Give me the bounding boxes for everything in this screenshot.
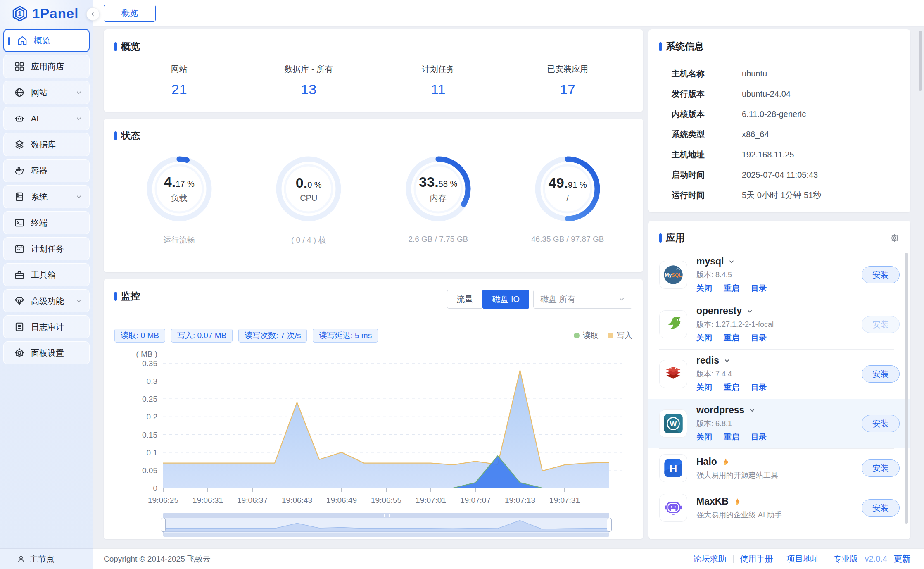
sidebar-item-container[interactable]: 容器 — [3, 159, 90, 182]
apps-scrollbar-thumb[interactable] — [905, 253, 908, 524]
chevron-down-icon — [618, 295, 625, 303]
sidebar-item-toolbox[interactable]: 工具箱 — [3, 263, 90, 286]
traffic-tab-button[interactable]: 流量 — [447, 290, 482, 309]
chart-legend: 读取 写入 — [574, 330, 632, 341]
app-name-dropdown[interactable]: mysql — [696, 256, 767, 267]
app-directory-link[interactable]: 目录 — [751, 382, 767, 393]
stat-cronjobs: 计划任务 11 — [373, 64, 503, 98]
install-button[interactable]: 安装 — [862, 266, 900, 283]
fire-icon — [733, 498, 741, 506]
forum-help-link[interactable]: 论坛求助 — [694, 553, 727, 564]
apps-settings-gear-icon[interactable] — [890, 233, 900, 243]
sidebar-item-system[interactable]: 系统 — [3, 185, 90, 208]
app-stop-link[interactable]: 关闭 — [696, 283, 712, 294]
legend-read[interactable]: 读取 — [574, 330, 599, 341]
apps-list: MySQL mysql 版本: 8.4.5 关闭 重启 — [648, 250, 910, 539]
chevron-down-icon — [75, 115, 83, 122]
halo-icon: H — [659, 454, 687, 482]
svg-text:( MB ): ( MB ) — [136, 350, 157, 358]
sidebar-item-label: 日志审计 — [31, 321, 64, 333]
install-button[interactable]: 安装 — [862, 415, 900, 432]
server-icon — [14, 191, 25, 202]
sidebar-item-terminal[interactable]: 终端 — [3, 211, 90, 234]
system-info-title: 系统信息 — [659, 40, 900, 53]
copyright-text: Copyright © 2014-2025 飞致云 — [104, 554, 211, 564]
datazoom-right-handle[interactable] — [607, 518, 612, 532]
datazoom-move-handle[interactable] — [163, 513, 609, 518]
latency-stat-chip: 读写延迟: 5 ms — [313, 329, 378, 343]
app-name-label[interactable]: MaxKB — [696, 496, 782, 507]
app-restart-link[interactable]: 重启 — [724, 333, 739, 343]
sidebar-item-label: AI — [31, 114, 39, 124]
page-scrollbar-thumb[interactable] — [919, 31, 922, 91]
app-name-label[interactable]: Halo — [696, 456, 778, 467]
disk-select[interactable]: 磁盘 所有 — [533, 290, 632, 309]
manual-link[interactable]: 使用手册 — [740, 553, 773, 564]
sidebar-collapse-button[interactable] — [86, 7, 100, 21]
gauge-row: 4.17 % 负载 运行流畅 — [114, 154, 632, 245]
chevron-down-icon — [723, 357, 731, 364]
app-row-halo: H Halo 强大易用的开源建站工具 安装 — [648, 448, 910, 488]
install-button[interactable]: 安装 — [862, 459, 900, 477]
overview-stats: 网站 21 数据库 - 所有 13 计划任务 11 已安装应用 — [114, 64, 632, 98]
legend-write[interactable]: 写入 — [608, 330, 632, 341]
overview-title: 概览 — [114, 40, 632, 53]
sysinfo-row-hostname: 主机名称ubuntu — [659, 64, 900, 84]
sidebar-item-cronjob[interactable]: 计划任务 — [3, 237, 90, 260]
install-button[interactable]: 安装 — [862, 499, 900, 517]
install-button[interactable]: 安装 — [862, 365, 900, 383]
svg-text:0.25: 0.25 — [142, 395, 157, 403]
app-name-dropdown[interactable]: redis — [696, 355, 767, 366]
sidebar-item-app-store[interactable]: 应用商店 — [3, 55, 90, 78]
mysql-icon: MySQL — [659, 261, 687, 289]
master-node-label: 主节点 — [30, 553, 55, 564]
stat-value[interactable]: 17 — [503, 81, 633, 98]
chevron-down-icon — [75, 297, 83, 305]
tab-overview[interactable]: 概览 — [104, 5, 156, 22]
app-directory-link[interactable]: 目录 — [751, 432, 767, 443]
brand-logo[interactable]: 1 1Panel — [0, 0, 93, 27]
left-column: 概览 网站 21 数据库 - 所有 13 计划任务 11 — [104, 29, 643, 539]
svg-text:0.3: 0.3 — [147, 377, 157, 386]
disk-io-tab-button[interactable]: 磁盘 IO — [482, 290, 529, 309]
datazoom-left-handle[interactable] — [161, 518, 166, 532]
app-directory-link[interactable]: 目录 — [751, 333, 767, 343]
sidebar-item-overview[interactable]: 概览 — [3, 29, 90, 52]
master-node-selector[interactable]: 主节点 — [0, 548, 93, 569]
chevron-down-icon — [748, 407, 756, 414]
app-restart-link[interactable]: 重启 — [724, 432, 739, 443]
chart-datazoom-slider[interactable] — [163, 513, 609, 537]
sidebar-item-logs[interactable]: 日志审计 — [3, 315, 90, 338]
system-info-card: 系统信息 主机名称ubuntu 发行版本ubuntu-24.04 内核版本6.1… — [648, 29, 910, 212]
sidebar-item-settings[interactable]: 面板设置 — [3, 341, 90, 364]
log-list-icon — [14, 321, 25, 333]
sidebar-item-website[interactable]: 网站 — [3, 81, 90, 104]
app-directory-link[interactable]: 目录 — [751, 283, 767, 294]
footer-divider — [827, 555, 827, 563]
version-label[interactable]: v2.0.4 — [865, 554, 887, 564]
sidebar-item-ai[interactable]: AI — [3, 107, 90, 130]
app-name-dropdown[interactable]: openresty — [696, 305, 774, 317]
brand-name: 1Panel — [32, 6, 78, 21]
app-stop-link[interactable]: 关闭 — [696, 432, 712, 443]
pro-version-link[interactable]: 专业版 — [834, 553, 858, 564]
app-stop-link[interactable]: 关闭 — [696, 333, 712, 343]
stat-value[interactable]: 13 — [244, 81, 374, 98]
app-row-openresty: openresty 版本: 1.27.1.2-2-1-focal 关闭 重启 目… — [648, 300, 910, 349]
sidebar-item-advanced[interactable]: 高级功能 — [3, 289, 90, 312]
sidebar: 1 1Panel 概览 应用商店 网站 — [0, 0, 93, 569]
sidebar-item-label: 工具箱 — [31, 269, 56, 281]
install-button-disabled[interactable]: 安装 — [862, 316, 900, 333]
app-stop-link[interactable]: 关闭 — [696, 382, 712, 393]
app-name-dropdown[interactable]: wordpress — [696, 405, 767, 416]
sidebar-item-database[interactable]: 数据库 — [3, 133, 90, 156]
update-link[interactable]: 更新 — [894, 553, 910, 564]
svg-text:19:06:37: 19:06:37 — [237, 496, 268, 505]
project-link[interactable]: 项目地址 — [787, 553, 820, 564]
app-restart-link[interactable]: 重启 — [724, 283, 739, 294]
write-legend-dot — [608, 333, 613, 338]
stat-value[interactable]: 11 — [373, 81, 503, 98]
stat-value[interactable]: 21 — [114, 81, 244, 98]
app-restart-link[interactable]: 重启 — [724, 382, 739, 393]
status-title: 状态 — [114, 129, 632, 142]
